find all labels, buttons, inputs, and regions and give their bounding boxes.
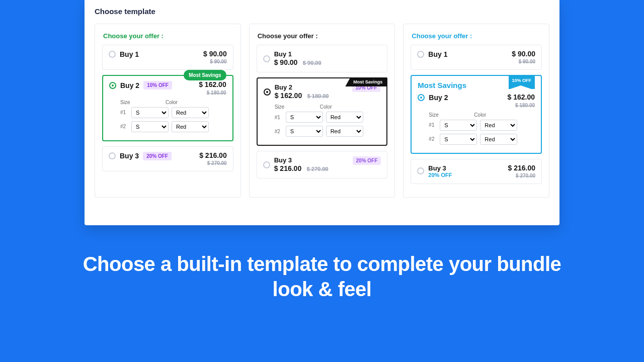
offer-buy2-selected[interactable]: Most Savings Buy 2 10% OFF $ 162.00 $ 18… <box>102 75 233 141</box>
color-select[interactable]: Red <box>172 107 209 118</box>
offer-title: Buy 2 <box>429 94 448 102</box>
offer-buy3[interactable]: Buy 3 $ 216.00 $ 270.00 20% OFF <box>257 151 388 178</box>
radio-icon[interactable] <box>263 55 270 62</box>
old-price: $ 90.00 <box>303 60 321 66</box>
variant-selectors: Size Color #1 S Red #2 S Red <box>109 100 226 132</box>
size-header: Size <box>275 104 320 110</box>
choose-offer-label: Choose your offer : <box>258 32 388 40</box>
offer-price: $ 162.00 $ 180.00 <box>508 94 535 108</box>
row-index: #1 <box>120 110 128 115</box>
row-index: #2 <box>429 136 437 142</box>
size-select[interactable]: S <box>131 107 169 118</box>
color-header: Color <box>474 112 519 118</box>
old-price: $ 270.00 <box>199 160 227 166</box>
size-header: Size <box>120 100 166 105</box>
color-select[interactable]: Red <box>326 112 363 123</box>
old-price: $ 90.00 <box>512 59 535 64</box>
radio-icon[interactable] <box>109 82 116 89</box>
radio-icon[interactable] <box>109 51 116 58</box>
offer-title: Buy 1 <box>120 50 139 58</box>
choose-offer-label: Choose your offer : <box>103 32 233 40</box>
offer-price: $ 162.00 $ 180.00 <box>199 81 226 95</box>
offer-buy2-selected[interactable]: 10% OFF Most Savings Buy 2 $ 162.00 $ 18… <box>411 75 542 153</box>
offer-buy3[interactable]: Buy 3 20% OFF $ 216.00 $ 270.00 <box>411 159 542 184</box>
offer-buy3[interactable]: Buy 3 20% OFF $ 216.00 $ 270.00 <box>102 146 233 171</box>
old-price: $ 180.00 <box>307 93 329 99</box>
radio-icon[interactable] <box>109 152 116 159</box>
size-select[interactable]: S <box>286 126 323 137</box>
offer-title: Buy 2 <box>120 81 139 89</box>
offer-title: Buy 1 <box>274 50 321 58</box>
templates-row: Choose your offer : Buy 1 $ 90.00 $ 90.0… <box>95 24 549 198</box>
color-select[interactable]: Red <box>326 126 363 137</box>
size-select[interactable]: S <box>440 120 477 131</box>
most-savings-badge: Most Savings <box>184 70 226 80</box>
offer-price: $ 216.00 $ 270.00 <box>199 152 227 166</box>
discount-label: 20% OFF <box>428 172 452 178</box>
offer-buy2-selected[interactable]: Most Savings Buy 2 $ 162.00 $ 180.00 10%… <box>257 77 388 146</box>
offer-price: $ 216.00 $ 270.00 <box>508 164 536 178</box>
marketing-headline: Choose a built-in template to complete y… <box>0 251 644 302</box>
offer-title: Buy 3 <box>120 152 139 160</box>
size-select[interactable]: S <box>440 134 477 145</box>
offer-price: $ 162.00 <box>275 92 302 100</box>
template-green[interactable]: Choose your offer : Buy 1 $ 90.00 $ 90.0… <box>95 24 241 198</box>
discount-ribbon: 10% OFF <box>509 75 535 89</box>
choose-offer-label: Choose your offer : <box>412 32 542 40</box>
template-black[interactable]: Choose your offer : Buy 1 $ 90.00 $ 90.0… <box>249 24 395 198</box>
color-select[interactable]: Red <box>480 120 517 131</box>
offer-title: Buy 3 <box>274 156 329 164</box>
size-select[interactable]: S <box>131 121 169 132</box>
radio-icon[interactable] <box>417 51 424 58</box>
color-header: Color <box>166 100 211 105</box>
color-select[interactable]: Red <box>172 121 209 132</box>
row-index: #2 <box>120 124 128 129</box>
row-index: #1 <box>275 115 283 120</box>
radio-icon[interactable] <box>418 94 425 101</box>
offer-price: $ 90.00 $ 90.00 <box>203 50 227 64</box>
old-price: $ 270.00 <box>307 166 329 172</box>
variant-selectors: Size Color #1 S Red #2 S Red <box>264 104 381 137</box>
old-price: $ 180.00 <box>199 90 226 96</box>
discount-badge: 20% OFF <box>143 152 172 160</box>
offer-price: $ 90.00 $ 90.00 <box>512 50 535 64</box>
offer-buy1[interactable]: Buy 1 $ 90.00 $ 90.00 <box>102 45 233 70</box>
discount-badge: 10% OFF <box>143 81 172 89</box>
old-price: $ 270.00 <box>508 173 536 178</box>
radio-icon[interactable] <box>263 161 270 168</box>
offer-price: $ 90.00 <box>274 58 298 66</box>
offer-title: Buy 2 <box>275 83 329 91</box>
offer-buy1[interactable]: Buy 1 $ 90.00 $ 90.00 <box>411 45 542 70</box>
size-header: Size <box>429 112 474 118</box>
radio-icon[interactable] <box>264 88 271 96</box>
discount-badge: 20% OFF <box>353 156 381 165</box>
panel-title: Choose template <box>95 7 549 16</box>
color-header: Color <box>320 104 365 110</box>
most-savings-badge: Most Savings <box>345 77 387 86</box>
offer-title: Buy 1 <box>428 50 447 58</box>
template-blue[interactable]: Choose your offer : Buy 1 $ 90.00 $ 90.0… <box>403 24 549 198</box>
offer-buy1[interactable]: Buy 1 $ 90.00 $ 90.00 <box>257 45 388 72</box>
variant-selectors: Size Color #1 S Red #2 S Red <box>418 112 535 145</box>
row-index: #2 <box>275 129 283 134</box>
radio-icon[interactable] <box>417 167 424 174</box>
size-select[interactable]: S <box>286 112 323 123</box>
old-price: $ 180.00 <box>508 103 535 108</box>
offer-title: Buy 3 <box>428 164 452 172</box>
color-select[interactable]: Red <box>480 134 517 145</box>
old-price: $ 90.00 <box>203 59 227 64</box>
row-index: #1 <box>429 122 437 128</box>
offer-price: $ 216.00 <box>274 164 302 172</box>
template-panel: Choose template Choose your offer : Buy … <box>85 0 559 225</box>
